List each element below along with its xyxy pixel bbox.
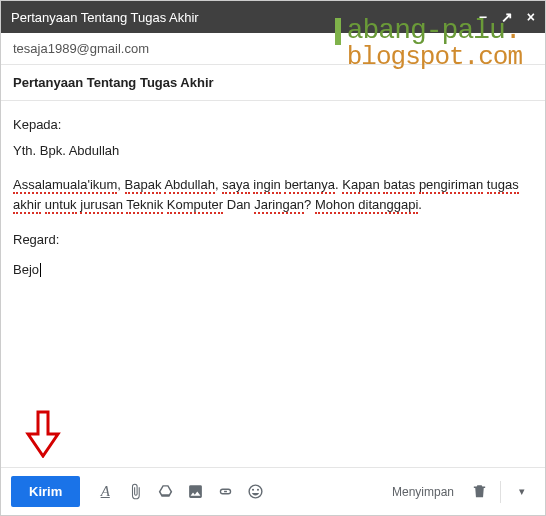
word: jurusan — [80, 197, 123, 214]
word: Jaringan — [254, 197, 304, 214]
subject-value: Pertanyaan Tentang Tugas Akhir — [13, 75, 214, 90]
word: batas — [383, 177, 415, 194]
word: Abdullah — [164, 177, 215, 194]
emoji-icon[interactable] — [242, 479, 268, 505]
image-icon[interactable] — [182, 479, 208, 505]
text: Dan — [223, 197, 254, 212]
subject-field[interactable]: Pertanyaan Tentang Tugas Akhir — [1, 65, 545, 101]
word: saya — [222, 177, 249, 194]
word: akhir — [13, 197, 41, 214]
word: pengiriman — [419, 177, 483, 194]
trash-icon[interactable] — [466, 479, 492, 505]
word: Kapan — [342, 177, 380, 194]
text: . — [418, 197, 422, 212]
word: bertanya — [284, 177, 335, 194]
window-controls: − ↗ × — [479, 10, 535, 24]
more-options-icon[interactable]: ▾ — [509, 479, 535, 505]
word: untuk — [45, 197, 77, 214]
word: Teknik — [126, 197, 163, 214]
word: ditanggapi — [358, 197, 418, 214]
body-paragraph: Assalamuala'ikum, Bapak Abdullah, saya i… — [13, 175, 533, 215]
expand-icon[interactable]: ↗ — [501, 10, 513, 24]
send-button[interactable]: Kirim — [11, 476, 80, 507]
word: Assalamuala'ikum — [13, 177, 117, 194]
attach-icon[interactable] — [122, 479, 148, 505]
word: tugas — [487, 177, 519, 194]
titlebar: Pertanyaan Tentang Tugas Akhir − ↗ × — [1, 1, 545, 33]
format-icon[interactable]: A — [92, 479, 118, 505]
regard-label: Regard: — [13, 230, 533, 250]
drive-icon[interactable] — [152, 479, 178, 505]
word: Komputer — [167, 197, 223, 214]
from-field[interactable]: tesaja1989@gmail.com — [1, 33, 545, 65]
from-value: tesaja1989@gmail.com — [13, 41, 149, 56]
link-icon[interactable] — [212, 479, 238, 505]
text: ? — [304, 197, 315, 212]
text: , — [117, 177, 124, 192]
saving-label: Menyimpan — [392, 485, 454, 499]
signature: Bejo — [13, 260, 533, 280]
greeting-name: Yth. Bpk. Abdullah — [13, 141, 533, 161]
window-title: Pertanyaan Tentang Tugas Akhir — [11, 10, 199, 25]
message-body[interactable]: Kepada: Yth. Bpk. Abdullah Assalamuala'i… — [1, 101, 545, 467]
greeting-label: Kepada: — [13, 115, 533, 135]
divider — [500, 481, 501, 503]
minimize-icon[interactable]: − — [479, 10, 487, 24]
word: Bapak — [125, 177, 162, 194]
close-icon[interactable]: × — [527, 10, 535, 24]
word: ingin — [253, 177, 280, 194]
compose-window: Pertanyaan Tentang Tugas Akhir − ↗ × tes… — [0, 0, 546, 516]
word: Mohon — [315, 197, 355, 214]
compose-toolbar: Kirim A Menyimpan ▾ — [1, 467, 545, 515]
